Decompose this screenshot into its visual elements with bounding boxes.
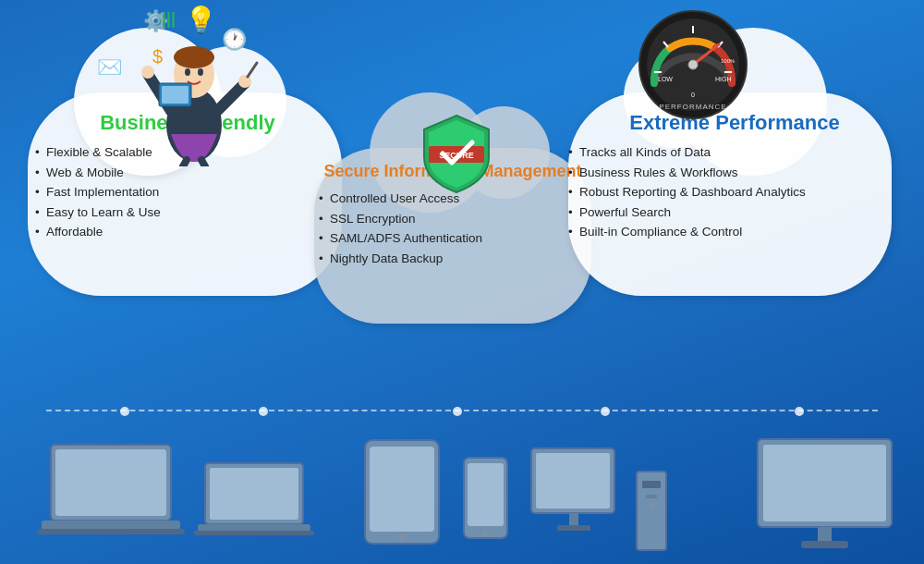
list-item: Nightly Data Backup: [319, 249, 587, 269]
list-item: SAML/ADFS Authentication: [319, 228, 587, 249]
svg-rect-33: [37, 529, 185, 534]
svg-rect-27: [162, 86, 188, 104]
svg-line-22: [217, 83, 245, 111]
svg-point-43: [482, 531, 488, 536]
laptop-left: [37, 440, 185, 555]
cloud-right-content: Extreme Performance Tracks all Kinds of …: [568, 111, 901, 242]
svg-point-18: [174, 46, 214, 68]
list-item: Built-in Compliance & Control: [568, 222, 901, 242]
svg-rect-37: [194, 531, 314, 535]
secure-info-list: Controlled User Access SSL Encryption SA…: [319, 189, 587, 268]
laptop-svg: [37, 440, 185, 551]
laptop-small: [194, 459, 314, 555]
svg-rect-46: [569, 513, 578, 526]
svg-rect-50: [646, 495, 657, 498]
list-item: Affordable: [35, 222, 340, 242]
tower-svg: [633, 467, 670, 555]
svg-text:PERFORMANCE: PERFORMANCE: [659, 103, 726, 111]
gauge-icon: LOW HIGH 0 100% PERFORMANCE: [638, 9, 748, 120]
svg-point-23: [141, 66, 154, 79]
phone-svg: [460, 454, 511, 542]
svg-line-28: [183, 160, 187, 166]
devices-area: [0, 361, 924, 564]
svg-text:HIGH: HIGH: [715, 76, 732, 82]
svg-rect-35: [210, 468, 298, 520]
bars-icon: |||: [162, 9, 176, 29]
laptop-small-svg: [194, 459, 314, 551]
list-item: Tracks all Kinds of Data: [568, 142, 901, 163]
list-item: SSL Encryption: [319, 209, 587, 229]
svg-point-10: [688, 60, 698, 69]
list-item: Powerful Search: [568, 202, 901, 223]
lightbulb-icon: 💡: [185, 5, 217, 35]
gauge-speedometer: LOW HIGH 0 100% PERFORMANCE: [638, 9, 748, 120]
svg-point-20: [198, 68, 203, 76]
svg-rect-39: [370, 447, 434, 532]
desktop-svg: [527, 444, 628, 555]
svg-rect-49: [642, 481, 661, 488]
mail-icon: ✉️: [97, 55, 122, 80]
svg-rect-36: [198, 524, 310, 532]
clock-icon: 🕐: [222, 28, 247, 52]
svg-line-29: [201, 160, 205, 166]
monitor-right: [753, 435, 896, 555]
desktop-tower: [527, 444, 670, 555]
list-item: Easy to Learn & Use: [35, 202, 340, 223]
svg-line-25: [248, 63, 257, 77]
svg-rect-54: [818, 527, 832, 542]
svg-point-40: [398, 533, 406, 541]
extreme-performance-list: Tracks all Kinds of Data Business Rules …: [568, 142, 901, 242]
svg-rect-42: [468, 463, 504, 526]
svg-rect-45: [536, 453, 610, 509]
svg-point-51: [649, 503, 654, 509]
svg-text:0: 0: [691, 92, 695, 98]
monitor-right-svg: [753, 435, 896, 555]
svg-text:100%: 100%: [721, 58, 736, 64]
svg-text:LOW: LOW: [658, 76, 673, 82]
svg-point-24: [238, 75, 251, 88]
svg-rect-47: [557, 525, 590, 531]
shield-icon: SECURE: [419, 111, 493, 194]
svg-rect-31: [55, 449, 166, 516]
svg-rect-32: [42, 521, 180, 530]
list-item: Robust Reporting & Dashboard Analytics: [568, 182, 901, 202]
tablet-large-svg: [360, 435, 444, 546]
svg-rect-53: [763, 445, 886, 521]
svg-rect-55: [801, 541, 848, 548]
tablet-large: [360, 435, 444, 550]
shield-badge: SECURE: [419, 111, 493, 194]
svg-point-19: [185, 68, 190, 76]
phone-small: [460, 454, 511, 546]
list-item: Business Rules & Workflows: [568, 163, 901, 183]
dollar-icon: $: [152, 46, 163, 67]
list-item: Fast Implementation: [35, 182, 340, 202]
